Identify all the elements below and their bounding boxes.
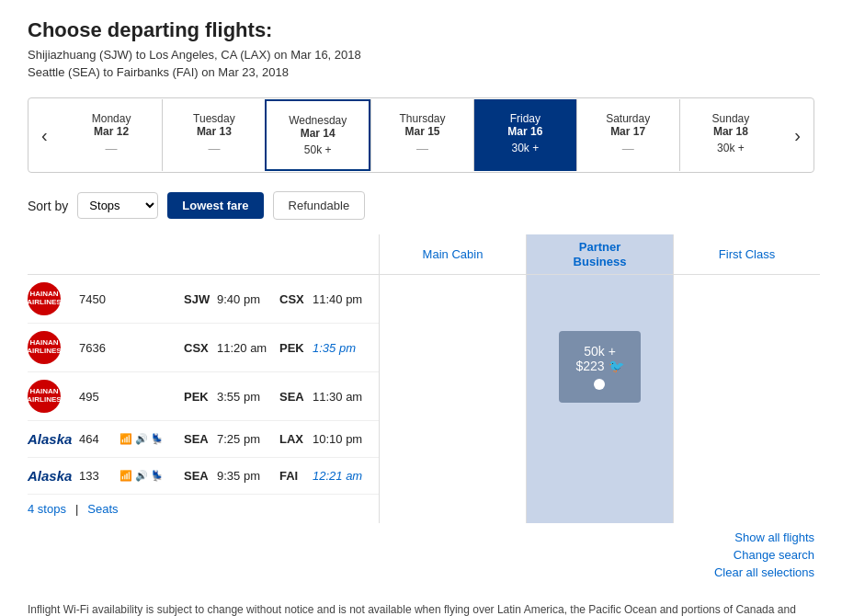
date-tab-price: 50k + [272,143,363,156]
date-tab-date: Mar 18 [686,125,777,138]
stops-row: 4 stops | Seats [28,495,379,523]
date-tab-Mar-15[interactable]: Thursday Mar 15 — [370,99,473,171]
sort-bar: Sort by Stops Price Duration Lowest fare… [28,191,814,220]
flight-icons: 📶 🔊 💺 [119,470,184,482]
date-tab-Mar-18[interactable]: Sunday Mar 18 30k + [679,99,782,171]
partner-business-fare-area[interactable]: 50k + $223 🐦 [527,275,673,459]
date-tab-price: 30k + [480,142,571,154]
to-time: 11:40 pm [313,292,379,306]
partner-business-column: PartnerBusiness 50k + $223 🐦 [526,234,673,523]
page-title: Choose departing flights: [28,18,814,42]
date-tab-price: — [583,142,674,155]
stops-separator: | [75,502,78,516]
flights-header-spacer [28,234,379,275]
date-tab-price: — [377,142,468,155]
date-tab-date: Mar 13 [168,125,259,138]
selected-fare-price: 50k + [575,344,623,359]
cabin-columns: Main Cabin PartnerBusiness 50k + $223 🐦 [379,234,820,523]
hainan-logo: HAINANAIRLINES [28,331,61,364]
hainan-logo: HAINANAIRLINES [28,380,61,413]
to-time: 10:10 pm [313,432,379,446]
flight-number: 7450 [79,292,119,306]
from-time: 11:20 am [217,341,279,355]
prev-date-button[interactable]: ‹ [28,98,61,172]
date-tab-price: — [66,142,157,155]
to-airport-code: SEA [279,390,313,404]
from-airport-code: SEA [184,432,217,446]
route-1: Shijiazhuang (SJW) to Los Angeles, CA (L… [28,48,814,62]
selected-fare-box[interactable]: 50k + $223 🐦 [559,331,640,403]
flight-row: HAINANAIRLINES 7636 CSX 11:20 am PEK 1:3… [28,324,379,372]
main-cabin-column: Main Cabin [379,234,526,523]
from-time: 3:55 pm [217,390,279,404]
partner-business-header: PartnerBusiness [527,234,673,275]
date-tab-price: 30k + [686,142,777,154]
flight-rows: HAINANAIRLINES 7450 SJW 9:40 pm CSX 11:4… [28,275,379,495]
date-tab-day: Wednesday [272,114,363,127]
first-class-column: First Class [673,234,820,523]
flight-number: 495 [79,390,119,404]
main-cabin-header-link[interactable]: Main Cabin [423,247,484,261]
selected-fare-sub: $223 🐦 [575,359,623,373]
flight-list: HAINANAIRLINES 7450 SJW 9:40 pm CSX 11:4… [28,234,379,523]
flight-row: HAINANAIRLINES 7450 SJW 9:40 pm CSX 11:4… [28,275,379,324]
seats-link[interactable]: Seats [87,502,118,516]
from-airport-code: SJW [184,292,217,306]
change-search-link[interactable]: Change search [734,548,814,562]
date-tab-Mar-12[interactable]: Monday Mar 12 — [61,99,163,171]
wifi-disclaimer: Inflight Wi-Fi availability is subject t… [28,601,814,616]
first-class-fare-area [674,275,820,459]
date-tab-day: Thursday [377,112,468,125]
flights-section: HAINANAIRLINES 7450 SJW 9:40 pm CSX 11:4… [28,234,814,523]
airline-logo-cell: Alaska [28,431,79,447]
lowest-fare-button[interactable]: Lowest fare [167,192,263,219]
date-tab-day: Sunday [686,112,777,125]
flight-icons: 📶 🔊 💺 [119,433,184,445]
alaska-logo: Alaska [28,468,79,484]
airline-logo-cell: Alaska [28,468,79,484]
disclaimer: Inflight Wi-Fi availability is subject t… [28,601,814,616]
flight-number: 464 [79,432,119,446]
flight-row: Alaska 464 📶 🔊 💺 SEA 7:25 pm LAX 10:10 p… [28,421,379,458]
hainan-logo: HAINANAIRLINES [28,282,61,315]
date-tab-day: Saturday [583,112,674,125]
main-cabin-header: Main Cabin [380,234,526,275]
date-tab-Mar-14[interactable]: Wednesday Mar 14 50k + [265,99,370,171]
to-airport-code: PEK [279,341,313,355]
main-cabin-fare-area [380,275,526,459]
date-tab-date: Mar 12 [66,125,157,138]
next-date-button[interactable]: › [781,98,814,172]
show-all-flights-link[interactable]: Show all flights [734,530,814,544]
date-tab-Mar-17[interactable]: Saturday Mar 17 — [576,99,679,171]
date-tab-date: Mar 16 [480,125,571,138]
from-airport-code: CSX [184,341,217,355]
fare-radio-dot[interactable] [594,379,605,390]
date-tab-Mar-16[interactable]: Friday Mar 16 30k + [473,99,576,171]
from-time: 7:25 pm [217,432,279,446]
sort-select[interactable]: Stops Price Duration [77,192,158,219]
flight-number: 133 [79,469,119,483]
to-airport-code: CSX [279,292,313,306]
date-tab-Mar-13[interactable]: Tuesday Mar 13 — [162,99,265,171]
refundable-button[interactable]: Refundable [273,191,366,220]
partner-business-header-link[interactable]: PartnerBusiness [574,240,627,268]
airline-logo-cell: HAINANAIRLINES [28,380,79,413]
date-tab-date: Mar 14 [272,127,363,140]
to-time: 11:30 am [313,390,379,404]
sort-label: Sort by [28,199,68,213]
date-tab-day: Monday [66,112,157,125]
airline-logo-cell: HAINANAIRLINES [28,331,79,364]
from-time: 9:40 pm [217,292,279,306]
clear-all-link[interactable]: Clear all selections [714,565,814,579]
page-container: Choose departing flights: Shijiazhuang (… [0,0,842,616]
route-2: Seattle (SEA) to Fairbanks (FAI) on Mar … [28,65,814,79]
alaska-logo: Alaska [28,431,79,447]
stops-link[interactable]: 4 stops [28,502,66,516]
first-class-header-link[interactable]: First Class [719,247,775,261]
flight-row: Alaska 133 📶 🔊 💺 SEA 9:35 pm FAI 12:21 a… [28,458,379,495]
airline-logo-cell: HAINANAIRLINES [28,282,79,315]
from-airport-code: SEA [184,469,217,483]
to-time: 12:21 am [313,469,379,483]
date-tab-day: Tuesday [168,112,259,125]
flight-number: 7636 [79,341,119,355]
